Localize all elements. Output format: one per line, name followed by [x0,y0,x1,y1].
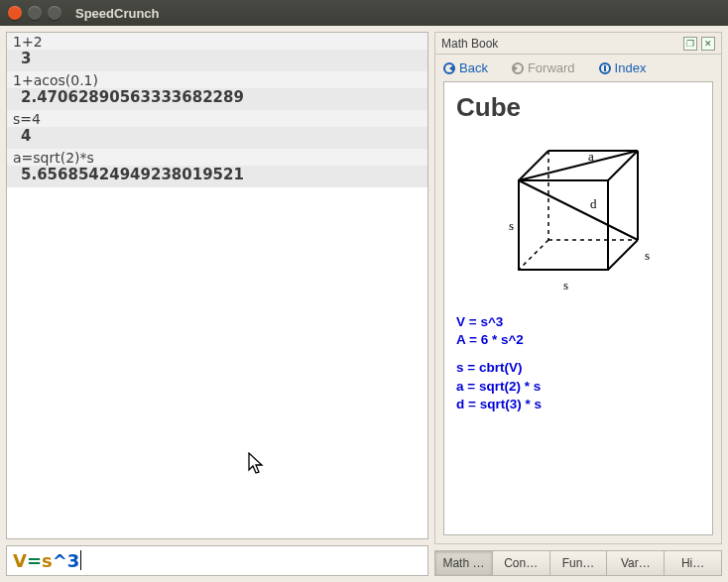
formula-line[interactable]: s = cbrt(V) [456,359,700,377]
panel-tab[interactable]: Math … [434,550,493,576]
history-expr[interactable]: 1+acos(0.1) [7,71,427,88]
history-expr[interactable]: 1+2 [7,33,427,50]
history-result[interactable]: 2.47062890563333682289 [7,88,427,110]
input-token: 3 [67,550,80,571]
page-title: Cube [456,92,700,123]
formula-line[interactable]: a = sqrt(2) * s [456,378,700,396]
back-icon [443,62,455,74]
svg-rect-0 [519,180,608,270]
panel-tab[interactable]: Fun… [550,550,608,576]
formula-block-1: V = s^3A = 6 * s^2 [456,313,700,349]
window-title: SpeedCrunch [75,6,160,21]
panel-float-icon[interactable]: ❐ [683,37,697,51]
nav-index-button[interactable]: Index [599,60,647,75]
formula-block-2: s = cbrt(V)a = sqrt(2) * sd = sqrt(3) * … [456,359,700,413]
input-token: V [13,550,27,571]
panel-tab[interactable]: Hi… [665,550,722,576]
label-s-left: s [509,218,514,233]
mathbook-title: Math Book [441,37,679,51]
window-maximize-button[interactable] [48,6,61,20]
svg-line-6 [519,151,638,180]
svg-line-5 [608,240,638,270]
history-view[interactable]: 1+231+acos(0.1)2.47062890563333682289s=4… [6,32,428,539]
formula-line[interactable]: V = s^3 [456,313,700,331]
history-expr[interactable]: s=4 [7,110,427,127]
nav-back-button[interactable]: Back [443,60,488,75]
window-titlebar: SpeedCrunch [0,0,728,26]
calculator-pane: 1+231+acos(0.1)2.47062890563333682289s=4… [6,32,428,576]
expression-input[interactable]: V=s^3 [6,545,428,576]
input-token: s [42,550,53,571]
bottom-tabs: Math …Con…Fun…Var…Hi… [434,550,722,576]
history-result[interactable]: 3 [7,50,427,71]
history-expr[interactable]: a=sqrt(2)*s [7,149,427,166]
label-s-right: s [645,248,650,263]
panel-tab[interactable]: Con… [493,550,550,576]
input-caret [80,550,81,570]
label-a: a [588,149,594,164]
index-icon [599,62,611,74]
mathbook-header: Math Book ❐ ✕ [435,33,721,55]
mathbook-panel: Math Book ❐ ✕ Back Forward Index [434,32,722,544]
formula-line[interactable]: d = sqrt(3) * s [456,396,700,413]
nav-index-label: Index [615,60,647,75]
svg-line-7 [519,180,638,240]
history-result[interactable]: 4 [7,127,427,149]
input-token: ^ [53,550,67,571]
nav-forward-button: Forward [512,60,575,75]
history-result[interactable]: 5.65685424949238019521 [7,166,427,187]
panel-tab[interactable]: Var… [607,550,665,576]
nav-back-label: Back [459,60,488,75]
cube-diagram: a d s s s [499,131,658,299]
formula-line[interactable]: A = 6 * s^2 [456,331,700,349]
window-minimize-button[interactable] [28,6,42,20]
mathbook-nav: Back Forward Index [435,55,721,81]
mathbook-body: Cube [443,81,713,535]
window-close-button[interactable] [8,6,22,20]
label-s-bottom: s [563,278,568,292]
nav-forward-label: Forward [528,60,575,75]
side-pane: Math Book ❐ ✕ Back Forward Index [434,32,722,576]
forward-icon [512,62,524,74]
panel-close-icon[interactable]: ✕ [701,37,715,51]
label-d: d [590,196,597,211]
input-token: = [27,550,42,571]
svg-line-9 [519,240,548,270]
